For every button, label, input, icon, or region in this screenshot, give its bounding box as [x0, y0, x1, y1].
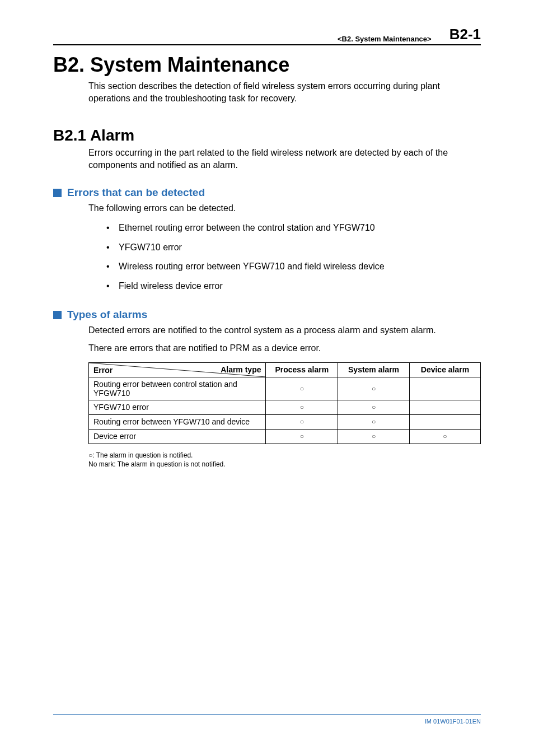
row-mark: ○: [266, 377, 338, 400]
table-row: Routing error between control station an…: [89, 377, 481, 400]
list-item: YFGW710 error: [106, 241, 481, 254]
chapter-title: B2. System Maintenance: [53, 53, 481, 77]
note-line: ○: The alarm in question is notified.: [88, 451, 481, 460]
footer-doc-id: IM 01W01F01-01EN: [425, 718, 481, 725]
alarm-types-para2: There are errors that are notified to PR…: [88, 342, 481, 354]
page-header: <B2. System Maintenance> B2-1: [53, 26, 481, 45]
table-col-process: Process alarm: [266, 362, 338, 377]
row-mark: ○: [338, 414, 410, 429]
table-header-row: Error Alarm type Process alarm System al…: [89, 362, 481, 377]
alarm-types-para1: Detected errors are notified to the cont…: [88, 324, 481, 337]
row-mark: [409, 400, 480, 414]
table-col-system: System alarm: [338, 362, 410, 377]
row-mark: ○: [338, 400, 410, 414]
square-bullet-icon: [53, 311, 62, 319]
row-label: Routing error between control station an…: [89, 377, 266, 400]
table-row: Device error ○ ○ ○: [89, 429, 481, 444]
row-mark: ○: [338, 377, 410, 400]
table-row: Routing error between YFGW710 and device…: [89, 414, 481, 429]
square-bullet-icon: [53, 189, 62, 197]
row-mark: [409, 414, 480, 429]
row-label: Routing error between YFGW710 and device: [89, 414, 266, 429]
errors-detected-intro: The following errors can be detected.: [88, 202, 481, 214]
table-row: YFGW710 error ○ ○: [89, 400, 481, 414]
errors-detected-list: Ethernet routing error between the contr…: [88, 222, 481, 292]
table-notes: ○: The alarm in question is notified. No…: [88, 451, 481, 469]
row-mark: ○: [338, 429, 410, 444]
subsection-heading: Types of alarms: [67, 309, 147, 321]
table-col-device: Device alarm: [409, 362, 480, 377]
row-mark: ○: [409, 429, 480, 444]
list-item: Wireless routing error between YFGW710 a…: [106, 260, 481, 273]
table-diag-left: Error: [93, 366, 113, 375]
row-mark: [409, 377, 480, 400]
alarm-types-table: Error Alarm type Process alarm System al…: [88, 362, 481, 444]
list-item: Ethernet routing error between the contr…: [106, 222, 481, 234]
subsection-errors-detected: Errors that can be detected: [53, 186, 481, 199]
header-breadcrumb: <B2. System Maintenance>: [338, 35, 432, 43]
row-label: YFGW710 error: [89, 400, 266, 414]
subsection-heading: Errors that can be detected: [67, 186, 205, 199]
footer-rule: [53, 714, 481, 715]
row-mark: ○: [266, 429, 338, 444]
subsection-alarm-types: Types of alarms: [53, 309, 481, 321]
header-page-number: B2-1: [449, 26, 481, 43]
table-diag-right: Alarm type: [221, 365, 261, 374]
note-line: No mark: The alarm in question is not no…: [88, 460, 481, 469]
row-mark: ○: [266, 400, 338, 414]
section-heading: B2.1 Alarm: [53, 127, 481, 144]
section-intro: Errors occurring in the part related to …: [88, 147, 481, 171]
row-mark: ○: [266, 414, 338, 429]
row-label: Device error: [89, 429, 266, 444]
list-item: Field wireless device error: [106, 280, 481, 292]
chapter-intro: This section describes the detection of …: [88, 80, 481, 104]
